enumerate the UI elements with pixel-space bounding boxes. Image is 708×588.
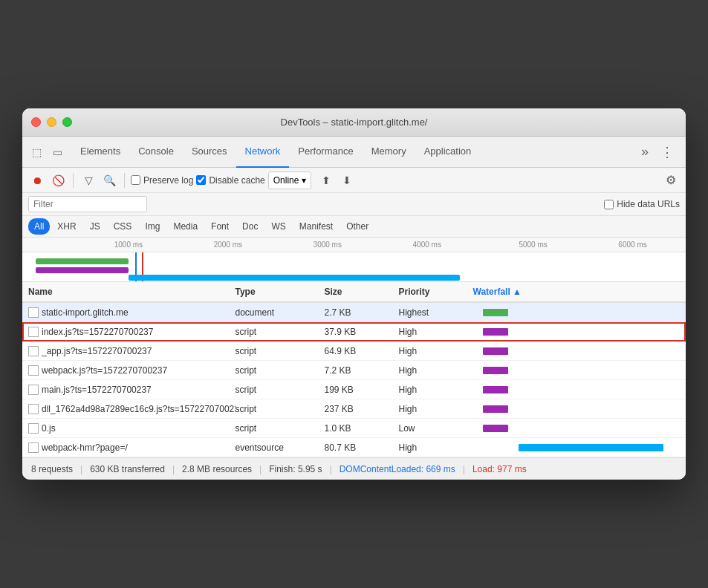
statusbar: 8 requests | 630 KB transferred | 2.8 MB… — [22, 457, 686, 480]
tab-console[interactable]: Console — [129, 137, 183, 168]
tab-network[interactable]: Network — [236, 137, 290, 168]
window-title: DevTools – static-import.glitch.me/ — [281, 117, 428, 128]
cell-size: 7.2 KB — [325, 365, 399, 376]
table-row[interactable]: webpack.js?ts=1572270700237 script 7.2 K… — [22, 361, 686, 380]
settings-button[interactable]: ⚙ — [662, 172, 680, 189]
cell-type: script — [236, 365, 325, 376]
table-row[interactable]: 0.js script 1.0 KB Low — [22, 419, 686, 438]
cell-size: 237 KB — [325, 404, 399, 414]
device-icon[interactable]: ▭ — [49, 144, 65, 160]
cell-waterfall — [473, 361, 681, 379]
cell-size: 199 KB — [325, 385, 399, 395]
table-row[interactable]: index.js?ts=1572270700237 script 37.9 KB… — [22, 322, 686, 342]
table-row[interactable]: dll_1762a4d98a7289ec16c9.js?ts=157227070… — [22, 399, 686, 419]
th-name[interactable]: Name — [28, 287, 236, 297]
cell-type: eventsource — [236, 442, 325, 453]
ruler-6000ms: 6000 ms — [618, 241, 646, 249]
cell-priority: High — [399, 442, 473, 453]
table-row[interactable]: main.js?ts=1572270700237 script 199 KB H… — [22, 380, 686, 399]
ruler-4000ms: 4000 ms — [413, 241, 441, 249]
file-icon — [28, 327, 39, 337]
search-button[interactable]: 🔍 — [100, 172, 118, 189]
network-toolbar: ⏺ 🚫 ▽ 🔍 Preserve log Disable cache Onlin… — [22, 168, 686, 193]
devtools-tabs: ⬚ ▭ Elements Console Sources Network Per… — [22, 137, 686, 168]
type-filter-doc[interactable]: Doc — [236, 218, 264, 235]
type-filter-ws[interactable]: WS — [265, 218, 291, 235]
th-priority[interactable]: Priority — [399, 287, 473, 297]
type-filter-media[interactable]: Media — [167, 218, 204, 235]
export-button[interactable]: ⬇ — [338, 172, 356, 189]
cell-priority: Highest — [399, 307, 473, 318]
filter-bar: Hide data URLs — [22, 193, 686, 216]
file-icon — [28, 365, 39, 376]
type-filter-font[interactable]: Font — [205, 218, 235, 235]
type-filter-js[interactable]: JS — [84, 218, 106, 235]
waterfall-bar — [483, 328, 507, 336]
file-icon — [28, 385, 39, 395]
cell-size: 37.9 KB — [325, 327, 399, 337]
timeline-bar-eventsource — [129, 275, 461, 281]
waterfall-bar — [483, 386, 507, 393]
cell-size: 1.0 KB — [325, 423, 399, 434]
tab-elements[interactable]: Elements — [71, 137, 129, 168]
toolbar-divider-1 — [73, 173, 74, 188]
titlebar-buttons — [31, 117, 72, 127]
cell-type: script — [236, 423, 325, 434]
file-icon — [28, 404, 39, 414]
maximize-button[interactable] — [62, 117, 72, 127]
table-row[interactable]: webpack-hmr?page=/ eventsource 80.7 KB H… — [22, 438, 686, 457]
cell-name: webpack-hmr?page=/ — [28, 442, 236, 453]
devtools-menu-button[interactable]: ⋮ — [655, 144, 680, 160]
status-requests: 8 requests — [31, 464, 73, 474]
cursor-icon[interactable]: ⬚ — [28, 144, 45, 160]
type-filter-other[interactable]: Other — [340, 218, 374, 235]
timeline-bar-doc — [36, 258, 129, 264]
status-load: Load: 977 ms — [472, 464, 527, 474]
clear-button[interactable]: 🚫 — [49, 172, 67, 189]
cell-name: dll_1762a4d98a7289ec16c9.js?ts=157227070… — [28, 404, 236, 414]
cell-priority: Low — [399, 423, 473, 434]
filter-icon[interactable]: ▽ — [79, 172, 97, 189]
close-button[interactable] — [31, 117, 41, 127]
type-filter-css[interactable]: CSS — [108, 218, 138, 235]
type-filter-img[interactable]: Img — [139, 218, 166, 235]
cell-priority: High — [399, 365, 473, 376]
cell-name: 0.js — [28, 423, 236, 434]
filter-input[interactable] — [28, 196, 147, 212]
network-throttle-dropdown[interactable]: Online ▾ — [268, 172, 312, 189]
type-filter-manifest[interactable]: Manifest — [293, 218, 339, 235]
type-filter-all[interactable]: All — [28, 218, 50, 235]
table-row[interactable]: static-import.glitch.me document 2.7 KB … — [22, 303, 686, 322]
th-size[interactable]: Size — [325, 287, 399, 297]
tab-sources[interactable]: Sources — [183, 137, 236, 168]
toolbar-divider-2 — [124, 173, 125, 188]
waterfall-bar — [483, 309, 507, 316]
cell-name: _app.js?ts=1572270700237 — [28, 346, 236, 356]
hide-data-urls-checkbox[interactable]: Hide data URLs — [604, 199, 680, 209]
tab-icon-group: ⬚ ▭ — [28, 144, 65, 160]
tab-memory[interactable]: Memory — [363, 137, 415, 168]
minimize-button[interactable] — [47, 117, 56, 127]
import-button[interactable]: ⬆ — [317, 172, 335, 189]
more-tabs-button[interactable]: » — [635, 144, 655, 160]
type-filter-xhr[interactable]: XHR — [51, 218, 82, 235]
table-row[interactable]: _app.js?ts=1572270700237 script 64.9 KB … — [22, 342, 686, 361]
import-export-group: ⬆ ⬇ — [317, 172, 356, 189]
titlebar: DevTools – static-import.glitch.me/ — [22, 108, 686, 137]
ruler-3000ms: 3000 ms — [314, 241, 342, 249]
waterfall-bar-eventsource — [519, 444, 663, 451]
record-button[interactable]: ⏺ — [28, 172, 46, 189]
cell-priority: High — [399, 346, 473, 356]
th-type[interactable]: Type — [236, 287, 325, 297]
th-waterfall[interactable]: Waterfall ▲ — [473, 287, 681, 297]
timeline-bar-scripts — [36, 267, 129, 273]
cell-size: 64.9 KB — [325, 346, 399, 356]
disable-cache-checkbox[interactable]: Disable cache — [196, 175, 264, 186]
cell-waterfall — [473, 380, 681, 399]
file-icon — [28, 442, 39, 453]
ruler-2000ms: 2000 ms — [214, 241, 242, 249]
preserve-log-checkbox[interactable]: Preserve log — [131, 175, 193, 186]
tab-application[interactable]: Application — [415, 137, 481, 168]
tab-performance[interactable]: Performance — [289, 137, 362, 168]
waterfall-bar — [483, 425, 507, 432]
